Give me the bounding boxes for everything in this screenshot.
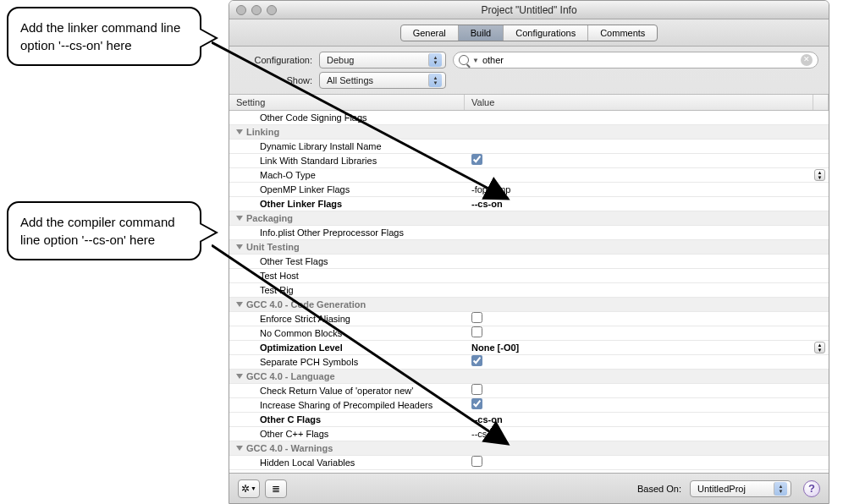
based-on-select[interactable]: UntitledProj ▲▼ (690, 480, 791, 497)
column-value[interactable]: Value (465, 95, 813, 110)
disclosure-triangle-icon[interactable] (236, 216, 243, 221)
disclosure-triangle-icon[interactable] (236, 446, 243, 451)
configuration-select[interactable]: Debug ▲▼ (319, 52, 446, 68)
setting-value[interactable] (465, 384, 829, 397)
show-value: All Settings (327, 75, 373, 85)
disclosure-triangle-icon[interactable] (236, 374, 243, 379)
setting-checkbox[interactable] (471, 456, 482, 467)
setting-value[interactable]: -fopenmp (465, 183, 829, 196)
setting-value[interactable]: --cs-on (465, 197, 829, 211)
setting-row[interactable]: Check Return Value of 'operator new' (229, 384, 829, 398)
outline-view-button[interactable]: ≣ (265, 479, 287, 498)
disclosure-triangle-icon[interactable] (236, 244, 243, 249)
setting-name: Other Code Signing Flags (229, 111, 465, 124)
setting-row[interactable]: Other Code Signing Flags (229, 111, 829, 125)
setting-value[interactable] (465, 140, 829, 153)
setting-row[interactable]: Other Linker Flags--cs-on (229, 197, 829, 211)
group-header[interactable]: GCC 4.0 - Language (229, 370, 829, 384)
setting-checkbox[interactable] (471, 326, 482, 337)
disclosure-triangle-icon[interactable] (236, 302, 243, 307)
setting-name: Test Host (229, 269, 465, 282)
tab-configurations[interactable]: Configurations (504, 25, 588, 41)
setting-name: No Common Blocks (229, 326, 465, 340)
setting-value[interactable] (465, 226, 829, 239)
callout-linker-text: Add the linker command line option '--cs… (20, 20, 180, 52)
setting-row[interactable]: Dynamic Library Install Name (229, 140, 829, 154)
setting-checkbox[interactable] (471, 154, 482, 165)
setting-row[interactable]: Info.plist Other Preprocessor Flags (229, 226, 829, 240)
settings-table[interactable]: Other Code Signing FlagsLinkingDynamic L… (229, 111, 829, 474)
tab-comments[interactable]: Comments (588, 25, 657, 41)
setting-checkbox[interactable] (471, 398, 482, 409)
disclosure-triangle-icon[interactable] (236, 129, 243, 134)
setting-value[interactable] (465, 398, 829, 412)
group-header-label: GCC 4.0 - Language (229, 370, 465, 383)
setting-name: Link With Standard Libraries (229, 154, 465, 167)
setting-row[interactable]: Enforce Strict Aliasing (229, 312, 829, 326)
setting-value[interactable] (465, 355, 829, 369)
titlebar[interactable]: Project "Untitled" Info (229, 1, 829, 19)
setting-row[interactable]: Test Host (229, 269, 829, 283)
group-header[interactable]: Unit Testing (229, 240, 829, 255)
setting-value[interactable] (465, 111, 829, 124)
setting-row[interactable]: Link With Standard Libraries (229, 154, 829, 168)
window-title: Project "Untitled" Info (229, 4, 829, 16)
search-input[interactable] (482, 55, 797, 65)
value-stepper[interactable]: ▲▼ (814, 169, 825, 181)
segmented-tabs[interactable]: General Build Configurations Comments (400, 25, 658, 41)
setting-name: Check Return Value of 'operator new' (229, 384, 465, 397)
help-icon: ? (808, 482, 815, 495)
close-icon[interactable] (236, 5, 246, 15)
setting-value[interactable]: --cs-on (465, 413, 829, 426)
tab-general[interactable]: General (401, 25, 459, 41)
setting-row[interactable]: Increase Sharing of Precompiled Headers (229, 398, 829, 413)
footer: ✲▼ ≣ Based On: UntitledProj ▲▼ ? (229, 473, 829, 503)
setting-row[interactable]: Mach-O Type▲▼ (229, 168, 829, 183)
zoom-icon[interactable] (267, 5, 277, 15)
setting-value[interactable] (465, 255, 829, 268)
group-header[interactable]: Linking (229, 125, 829, 140)
setting-value[interactable]: --cs-on (465, 427, 829, 441)
clear-search-icon[interactable]: ✕ (801, 54, 813, 66)
setting-row[interactable]: Separate PCH Symbols (229, 355, 829, 370)
tabbar: General Build Configurations Comments (229, 19, 829, 47)
group-header[interactable]: Packaging (229, 211, 829, 226)
setting-value[interactable] (465, 312, 829, 326)
setting-row[interactable]: No Common Blocks (229, 326, 829, 341)
setting-checkbox[interactable] (471, 384, 482, 395)
search-field[interactable]: ▼ ✕ (453, 52, 818, 68)
setting-value[interactable]: None [-O0]▲▼ (465, 341, 829, 354)
show-row: Show: All Settings ▲▼ (229, 72, 829, 94)
setting-value[interactable] (465, 154, 829, 167)
setting-checkbox[interactable] (471, 355, 482, 366)
setting-value[interactable] (465, 283, 829, 297)
setting-row[interactable]: Optimization LevelNone [-O0]▲▼ (229, 341, 829, 355)
list-icon: ≣ (272, 483, 280, 495)
setting-name: Info.plist Other Preprocessor Flags (229, 226, 465, 239)
setting-name: Other Test Flags (229, 255, 465, 268)
setting-row[interactable]: Other C++ Flags--cs-on (229, 427, 829, 441)
group-header[interactable]: GCC 4.0 - Warnings (229, 441, 829, 456)
setting-value[interactable]: ▲▼ (465, 168, 829, 182)
help-button[interactable]: ? (803, 480, 820, 497)
based-on-label: Based On: (637, 484, 681, 494)
minimize-icon[interactable] (251, 5, 262, 15)
column-setting[interactable]: Setting (229, 95, 465, 110)
show-select[interactable]: All Settings ▲▼ (319, 72, 446, 89)
setting-row[interactable]: OpenMP Linker Flags-fopenmp (229, 183, 829, 197)
tab-build[interactable]: Build (459, 25, 504, 41)
setting-value[interactable] (465, 326, 829, 340)
setting-value[interactable] (465, 269, 829, 282)
setting-row[interactable]: Other Test Flags (229, 255, 829, 269)
action-menu-button[interactable]: ✲▼ (238, 479, 260, 498)
setting-checkbox[interactable] (471, 312, 482, 323)
group-header-label: Unit Testing (229, 240, 465, 254)
setting-value[interactable] (465, 456, 829, 469)
setting-row[interactable]: Other C Flags--cs-on (229, 413, 829, 427)
setting-row[interactable]: Test Rig (229, 283, 829, 298)
window-controls[interactable] (236, 5, 277, 15)
group-header[interactable]: GCC 4.0 - Code Generation (229, 298, 829, 312)
search-dropdown-icon[interactable]: ▼ (472, 57, 479, 64)
setting-row[interactable]: Hidden Local Variables (229, 456, 829, 470)
value-stepper[interactable]: ▲▼ (814, 342, 825, 353)
